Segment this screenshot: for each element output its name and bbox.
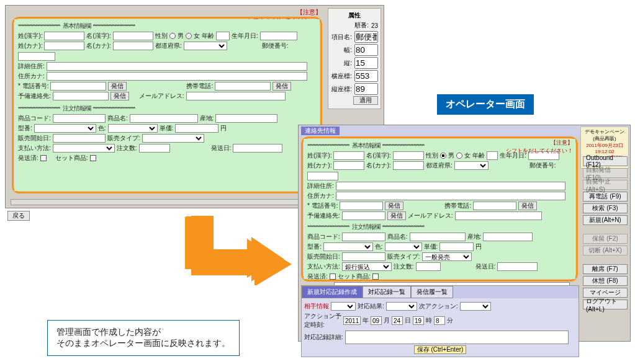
op-sei-kanji[interactable]	[333, 151, 364, 160]
shiharai[interactable]	[53, 144, 115, 153]
btn-autostop[interactable]: 自発中止(Alt+S)	[583, 180, 628, 190]
op-chk1[interactable]	[330, 273, 336, 280]
operator-window: 連絡先情報 更新登録 【注意】シフトをだしてください！ 基本情報欄 姓(漢字):…	[298, 125, 631, 342]
op-tel[interactable]	[340, 202, 383, 210]
op-todofuken[interactable]	[454, 161, 489, 170]
op-tanka[interactable]	[439, 242, 474, 251]
tab-record-list[interactable]: 対応記録一覧	[363, 286, 411, 298]
chuumonsuu[interactable]	[139, 144, 170, 153]
tanka[interactable]	[175, 124, 218, 133]
btn-hold[interactable]: 保留 (F2)	[583, 234, 628, 244]
taiou-kekka[interactable]	[386, 302, 417, 311]
prop-tate[interactable]	[354, 57, 378, 69]
shouhin-code[interactable]	[53, 114, 106, 123]
yuubin[interactable]	[18, 52, 55, 61]
keitai[interactable]	[215, 82, 271, 91]
sei-kana[interactable]	[44, 42, 84, 50]
op-scode[interactable]	[342, 233, 385, 241]
nenrei[interactable]	[216, 32, 230, 40]
op-dial-tel[interactable]: 発信	[385, 202, 403, 210]
birth[interactable]	[260, 32, 297, 40]
sanchi[interactable]	[215, 114, 277, 123]
mail[interactable]	[186, 92, 286, 100]
dial-yobi[interactable]: 発信	[110, 92, 129, 100]
op-mail[interactable]	[455, 211, 542, 220]
prop-tateza[interactable]	[354, 83, 378, 95]
radio-female[interactable]	[186, 33, 192, 39]
lbl-nenrei: 年齢	[202, 32, 214, 40]
op-katagou[interactable]	[323, 242, 373, 251]
hassoubi[interactable]	[233, 144, 282, 153]
chk-setshouhin[interactable]	[90, 155, 96, 161]
prop-koumoku[interactable]	[354, 31, 378, 43]
iro[interactable]	[108, 124, 158, 133]
btn-break[interactable]: 休憩 (F8)	[583, 276, 628, 286]
dial-tel[interactable]: 発信	[108, 82, 127, 91]
btn-disc[interactable]: 切断 (Alt+X)	[583, 246, 628, 255]
radio-male[interactable]	[169, 33, 176, 39]
mm[interactable]	[434, 316, 445, 325]
tab-new-record[interactable]: 新規対応記録作成	[302, 286, 363, 298]
sei-kanji[interactable]	[44, 32, 84, 40]
op-chk2[interactable]	[372, 273, 379, 280]
todofuken[interactable]	[184, 42, 227, 50]
tab-contact[interactable]: 連絡先情報	[301, 127, 340, 135]
save-button[interactable]: 保存 (Ctrl+Enter)	[414, 345, 467, 354]
op-addr-kana[interactable]	[336, 192, 565, 200]
hanbai-type[interactable]	[142, 134, 204, 143]
op-form: 【注意】シフトをだしてください！ 基本情報欄 姓(漢字): 名(漢字): 性別 …	[304, 139, 575, 279]
op-mei-kana[interactable]	[393, 161, 424, 170]
op-chuumon[interactable]	[416, 262, 441, 271]
btn-away[interactable]: 離席 (F7)	[583, 264, 628, 274]
dial-keitai[interactable]: 発信	[272, 82, 291, 91]
shouhin-mei[interactable]	[130, 114, 198, 123]
y[interactable]	[343, 316, 361, 325]
apply-button[interactable]: 適用	[353, 96, 378, 105]
hh[interactable]	[413, 316, 424, 325]
prop-yokoza[interactable]	[354, 70, 378, 82]
op-keitai[interactable]	[473, 202, 516, 210]
op-iro[interactable]	[385, 242, 422, 251]
mei-kanji[interactable]	[113, 32, 153, 40]
op-htype[interactable]: 一般発売	[422, 252, 472, 261]
btn-logout[interactable]: ログアウト(Alt+L)	[583, 300, 628, 309]
back-button[interactable]: 戻る	[7, 211, 30, 221]
op-hassoubi[interactable]	[497, 262, 538, 271]
d[interactable]	[392, 316, 403, 325]
op-dial-keitai[interactable]: 発信	[518, 202, 537, 210]
op-sei-kana[interactable]	[333, 161, 364, 170]
m[interactable]	[371, 316, 382, 325]
op-yuubin[interactable]	[307, 172, 338, 180]
op-yobi[interactable]	[342, 211, 385, 220]
taiou-shosai[interactable]	[345, 331, 569, 344]
btn-new[interactable]: 新規(Alt+N)	[583, 215, 628, 225]
caption-line2: そのままオペレーター画面に反映されます。	[56, 338, 230, 349]
arrow-icon	[180, 211, 298, 285]
tel[interactable]	[50, 82, 106, 91]
next-action[interactable]	[460, 302, 491, 311]
yobi[interactable]	[53, 92, 109, 100]
hanbai-kaishi[interactable]	[53, 134, 106, 143]
aite[interactable]	[331, 302, 356, 311]
prop-haba[interactable]	[354, 44, 378, 56]
side-date: 2011年09月23日 19:12:02	[582, 142, 627, 154]
addr-kana[interactable]	[47, 72, 307, 81]
addr-detail[interactable]	[47, 62, 307, 71]
op-dial-yobi[interactable]: 発信	[387, 211, 406, 220]
op-sname[interactable]	[410, 233, 466, 241]
op-radio-m[interactable]	[440, 153, 446, 159]
op-radio-f[interactable]	[456, 153, 462, 159]
op-mei-kanji[interactable]	[393, 151, 424, 160]
tab-fax-list[interactable]: 発信履一覧	[411, 286, 453, 298]
op-sanchi[interactable]	[483, 233, 533, 241]
btn-search[interactable]: 検索 (F3)	[583, 203, 628, 213]
katagou[interactable]	[34, 124, 96, 133]
chk-hassouzumi[interactable]	[40, 155, 47, 161]
btn-redial[interactable]: 再電話 (F9)	[583, 192, 628, 202]
op-shiharai[interactable]: 銀行振込	[342, 262, 392, 271]
op-nenrei[interactable]	[487, 151, 498, 160]
op-addr[interactable]	[336, 182, 565, 190]
lbl-sei-kanji: 姓(漢字):	[18, 32, 42, 40]
op-hkaishi[interactable]	[342, 252, 385, 261]
mei-kana[interactable]	[113, 42, 153, 50]
